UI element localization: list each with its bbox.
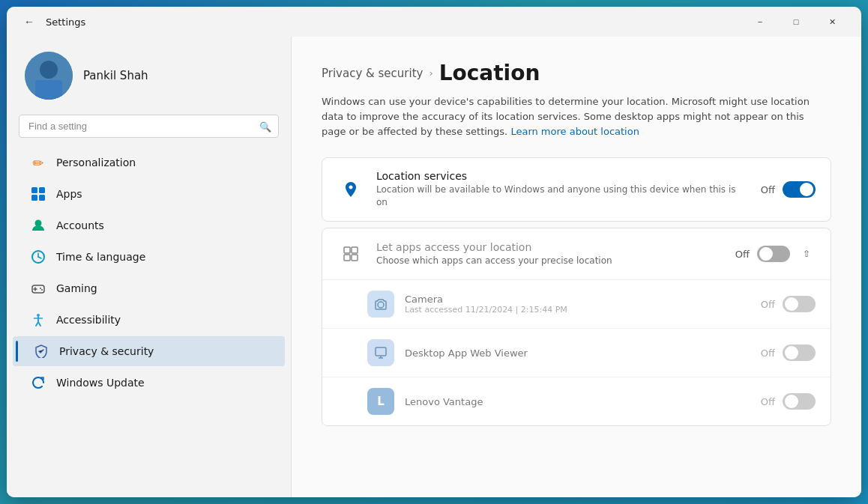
let-apps-text: Let apps access your location Choose whi… <box>376 241 723 267</box>
sidebar-item-accounts[interactable]: Accounts <box>13 210 285 240</box>
desktop-app-text: Desktop App Web Viewer <box>405 347 750 359</box>
app-row-camera: Camera Last accessed 11/21/2024 | 2:15:4… <box>322 279 831 328</box>
apps-icon <box>31 186 46 201</box>
location-services-toggle[interactable] <box>783 181 816 198</box>
avatar-image <box>25 52 73 100</box>
svg-rect-25 <box>352 255 358 261</box>
svg-rect-4 <box>31 187 37 193</box>
sidebar-item-personalization[interactable]: ✏️ Personalization <box>13 148 285 177</box>
let-apps-subtitle: Choose which apps can access your precis… <box>376 255 723 267</box>
sidebar-label-update: Windows Update <box>56 377 145 389</box>
svg-rect-7 <box>39 195 45 201</box>
content-area: Pankil Shah 🔍 ✏️ Personalization Apps <box>7 37 861 497</box>
lenovo-app-status: Off <box>761 396 775 407</box>
maximize-button[interactable]: □ <box>779 10 813 34</box>
accessibility-icon <box>31 312 46 327</box>
close-button[interactable]: ✕ <box>815 10 849 34</box>
svg-line-21 <box>38 322 40 326</box>
sidebar-item-update[interactable]: Windows Update <box>13 368 285 398</box>
camera-app-status: Off <box>761 299 775 310</box>
desktop-app-name: Desktop App Web Viewer <box>405 347 750 359</box>
sidebar-item-accessibility[interactable]: Accessibility <box>13 305 285 335</box>
svg-point-16 <box>41 289 43 291</box>
sidebar-item-gaming[interactable]: Gaming <box>13 273 285 303</box>
camera-app-toggle[interactable] <box>783 296 816 312</box>
search-input[interactable] <box>19 115 279 138</box>
breadcrumb-parent[interactable]: Privacy & security <box>322 67 423 80</box>
location-services-icon <box>337 176 364 203</box>
location-services-status: Off <box>761 184 775 195</box>
svg-rect-22 <box>344 247 350 253</box>
desktop-app-toggle[interactable] <box>783 344 816 361</box>
sidebar-label-apps: Apps <box>56 188 82 200</box>
camera-toggle-thumb <box>785 297 798 311</box>
personalization-icon: ✏️ <box>31 155 46 170</box>
window-controls: − □ ✕ <box>743 10 849 34</box>
location-services-control: Off <box>761 181 816 198</box>
camera-app-control: Off <box>761 296 816 312</box>
camera-app-name: Camera <box>405 294 750 305</box>
sidebar-item-time[interactable]: Time & language <box>13 242 285 272</box>
location-services-card: Location services Location will be avail… <box>322 157 831 222</box>
lenovo-app-name: Lenovo Vantage <box>405 396 750 407</box>
window-title: Settings <box>46 16 85 28</box>
user-profile: Pankil Shah <box>7 43 291 112</box>
desktop-toggle-thumb <box>785 346 798 359</box>
toggle-thumb <box>800 183 813 196</box>
let-apps-control: Off ⇧ <box>735 245 816 263</box>
svg-rect-3 <box>35 80 62 100</box>
avatar <box>25 52 73 100</box>
location-services-subtitle: Location will be available to Windows an… <box>376 183 749 209</box>
location-services-text: Location services Location will be avail… <box>376 170 749 209</box>
search-box: 🔍 <box>19 115 279 138</box>
sidebar-label-personalization: Personalization <box>56 157 136 168</box>
lenovo-app-icon: L <box>367 388 394 415</box>
app-row-desktop: Desktop App Web Viewer Off <box>322 328 831 377</box>
camera-app-date: Last accessed 11/21/2024 | 2:15:44 PM <box>405 305 750 315</box>
svg-rect-6 <box>31 195 37 201</box>
svg-rect-23 <box>352 247 358 253</box>
sidebar-item-apps[interactable]: Apps <box>13 179 285 209</box>
learn-more-link[interactable]: Learn more about location <box>510 126 639 137</box>
active-indicator <box>16 341 18 362</box>
let-apps-expand-button[interactable]: ⇧ <box>798 245 816 263</box>
lenovo-app-text: Lenovo Vantage <box>405 396 750 407</box>
sidebar-label-gaming: Gaming <box>56 282 97 294</box>
user-name: Pankil Shah <box>83 69 148 82</box>
svg-rect-24 <box>344 255 350 261</box>
location-services-row: Location services Location will be avail… <box>322 158 831 221</box>
back-button[interactable]: ← <box>19 11 40 32</box>
page-title: Location <box>439 61 540 85</box>
lenovo-app-toggle[interactable] <box>783 393 816 410</box>
update-icon <box>31 375 46 390</box>
svg-line-11 <box>38 257 41 258</box>
lenovo-app-control: Off <box>761 393 816 410</box>
sidebar-label-privacy: Privacy & security <box>59 345 154 357</box>
breadcrumb: Privacy & security › Location <box>322 61 831 85</box>
sidebar: Pankil Shah 🔍 ✏️ Personalization Apps <box>7 37 292 497</box>
desktop-app-status: Off <box>761 347 775 359</box>
let-apps-row: Let apps access your location Choose whi… <box>322 228 831 279</box>
camera-app-text: Camera Last accessed 11/21/2024 | 2:15:4… <box>405 294 750 315</box>
breadcrumb-separator: › <box>429 67 433 79</box>
let-apps-icon <box>337 240 364 267</box>
let-apps-status: Off <box>735 249 750 260</box>
let-apps-toggle[interactable] <box>757 246 790 262</box>
svg-point-1 <box>40 61 58 79</box>
let-apps-title: Let apps access your location <box>376 241 723 253</box>
svg-point-15 <box>40 288 41 289</box>
svg-rect-27 <box>376 347 386 356</box>
let-apps-toggle-thumb <box>759 247 773 261</box>
let-apps-card: Let apps access your location Choose whi… <box>322 228 831 426</box>
accounts-icon <box>31 218 46 233</box>
camera-app-icon <box>367 291 394 318</box>
settings-window: ← Settings − □ ✕ Pankil Sh <box>7 7 861 497</box>
privacy-icon <box>34 344 49 359</box>
svg-point-26 <box>378 302 384 308</box>
sidebar-label-accounts: Accounts <box>56 219 104 231</box>
minimize-button[interactable]: − <box>743 10 777 34</box>
main-content: Privacy & security › Location Windows ca… <box>292 37 861 497</box>
gaming-icon <box>31 281 46 296</box>
desktop-app-icon <box>367 339 394 366</box>
sidebar-item-privacy[interactable]: Privacy & security <box>13 336 285 366</box>
